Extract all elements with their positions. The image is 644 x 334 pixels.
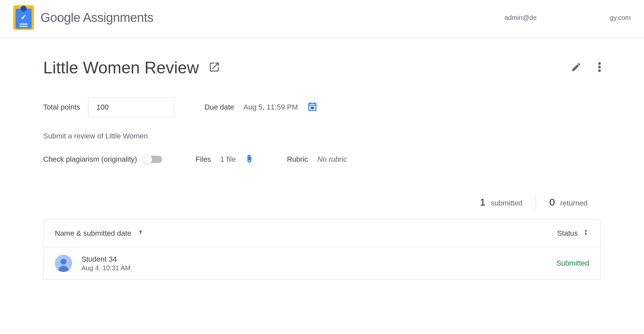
avatar-icon [55,255,72,272]
student-name: Student 34 [81,255,131,264]
details-row: Total points Due date Aug 5, 11:59 PM [43,97,601,117]
options-row: Check plagiarism (originality) Files 1 f… [43,154,601,165]
stat-returned: 0 returned [536,197,601,208]
stat-submitted: 1 submitted [467,197,536,208]
rubric-value: No rubric [317,155,347,164]
submissions-table: Name & submitted date Status Student [43,219,601,280]
rubric-label: Rubric [287,155,308,164]
attachment-icon[interactable] [245,154,254,165]
assignment-title: Little Women Review [43,58,199,77]
svg-rect-3 [311,107,314,109]
table-header: Name & submitted date Status [44,220,600,247]
sort-both-icon [583,229,589,238]
due-date-label: Due date [204,103,234,112]
plagiarism-toggle[interactable] [144,156,162,163]
row-status: Submitted [556,259,589,268]
assignments-logo-icon: ✓ [13,5,34,30]
svg-point-0 [598,62,601,65]
files-count: 1 file [220,155,236,164]
app-name-light: Assignments [80,11,154,25]
returned-count: 0 [549,197,555,208]
edit-icon[interactable] [571,62,582,74]
main-content: Little Women Review Total points Due dat… [0,38,644,299]
title-left: Little Women Review [43,58,220,77]
calendar-icon[interactable] [307,101,318,113]
app-title: Google Assignments [41,11,154,25]
column-name-date[interactable]: Name & submitted date [55,229,144,238]
app-header: ✓ Google Assignments admin@de gy.com [0,0,644,38]
col-status-label: Status [557,229,578,238]
rubric-section: Rubric No rubric [287,155,347,164]
header-user: admin@de gy.com [504,14,631,22]
points-input[interactable] [88,97,174,117]
due-section: Due date Aug 5, 11:59 PM [204,101,318,113]
svg-point-1 [598,66,601,68]
due-date-value: Aug 5, 11:59 PM [244,103,298,112]
toggle-knob [143,155,152,164]
submitted-count: 1 [480,197,485,208]
returned-label: returned [560,199,588,208]
assignment-description: Submit a review of Little Women [43,132,601,140]
student-info: Student 34 Aug 4, 10:31 AM [81,255,131,272]
files-section: Files 1 file [195,154,254,165]
col-name-label: Name & submitted date [55,229,131,238]
files-label: Files [195,155,211,164]
user-email-part2: gy.com [610,14,631,22]
open-external-icon[interactable] [208,61,220,74]
title-row: Little Women Review [43,58,601,77]
header-left: ✓ Google Assignments [13,5,154,30]
plagiarism-section: Check plagiarism (originality) [43,155,162,164]
plagiarism-label: Check plagiarism (originality) [43,155,137,164]
row-left: Student 34 Aug 4, 10:31 AM [55,255,131,272]
more-vert-icon[interactable] [598,62,601,74]
column-status[interactable]: Status [557,229,589,238]
app-name-bold: Google [41,11,80,25]
table-row[interactable]: Student 34 Aug 4, 10:31 AM Submitted [44,247,600,279]
points-section: Total points [43,97,174,117]
user-email-part1: admin@de [504,14,537,22]
title-actions [571,62,601,74]
submitted-date: Aug 4, 10:31 AM [81,264,131,272]
submitted-label: submitted [491,199,522,208]
stats-row: 1 submitted 0 returned [43,195,601,209]
points-label: Total points [43,103,80,112]
svg-point-2 [598,69,601,72]
sort-up-icon [137,229,144,238]
